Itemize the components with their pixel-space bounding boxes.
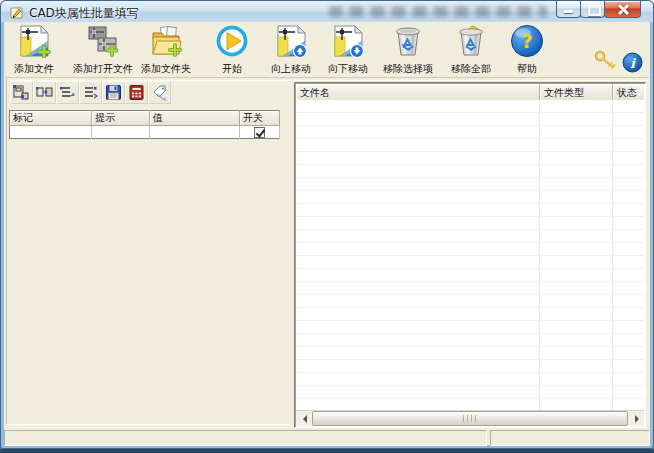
horizontal-scrollbar[interactable] <box>296 410 644 426</box>
col-filename[interactable]: 文件名 <box>296 84 540 100</box>
remove-selected-label: 移除选择项 <box>376 63 440 74</box>
add-file-icon <box>4 24 64 62</box>
save-icon <box>105 84 122 101</box>
remove-all-icon <box>442 24 500 62</box>
remove-all-label: 移除全部 <box>442 63 500 74</box>
remove-selected-button[interactable]: 移除选择项 <box>376 24 440 74</box>
tag-edit-button[interactable] <box>148 81 171 104</box>
attr-cell-tag[interactable] <box>10 126 92 139</box>
file-list-body[interactable] <box>296 100 644 410</box>
attr-cell-prompt[interactable] <box>92 126 150 139</box>
tag-edit-icon <box>151 84 168 101</box>
move-up-label: 向上移动 <box>264 63 318 74</box>
column-divider <box>612 100 613 410</box>
scrollbar-thumb[interactable] <box>312 411 628 426</box>
minimize-icon <box>564 10 573 13</box>
remove-all-button[interactable]: 移除全部 <box>442 24 500 74</box>
move-up-icon <box>264 24 318 62</box>
attr-cell-switch[interactable] <box>240 126 280 139</box>
attr-col-tag[interactable]: 标记 <box>10 111 92 126</box>
main-toolbar: 添加文件 添加 <box>4 23 650 76</box>
add-file-label: 添加文件 <box>4 63 64 74</box>
help-label: 帮助 <box>506 63 548 74</box>
close-icon <box>617 3 629 15</box>
start-icon <box>210 24 254 62</box>
column-divider <box>539 100 540 410</box>
attr-list-out-button[interactable] <box>56 81 79 104</box>
attr-cell-value[interactable] <box>150 126 240 139</box>
attr-col-value[interactable]: 值 <box>150 111 240 126</box>
info-icon[interactable]: i <box>622 52 643 77</box>
file-list-header: 文件名 文件类型 状态 <box>296 84 644 100</box>
block-attr-sync-button[interactable] <box>10 81 33 104</box>
app-pencil-icon <box>10 5 24 19</box>
add-open-files-icon <box>64 24 142 62</box>
help-icon: ? <box>506 24 548 62</box>
attribute-table: 标记 提示 值 开关 <box>9 110 280 139</box>
block-attr-apply-button[interactable] <box>33 81 56 104</box>
maximize-icon <box>588 5 601 16</box>
attr-col-prompt[interactable]: 提示 <box>92 111 150 126</box>
app-window: CAD块属性批量填写 添加文件 <box>0 0 654 449</box>
move-up-button[interactable]: 向上移动 <box>264 24 318 74</box>
window-title: CAD块属性批量填写 <box>29 5 139 22</box>
add-folder-button[interactable]: 添加文件夹 <box>134 24 198 74</box>
remove-selected-icon <box>376 24 440 62</box>
block-attr-apply-icon <box>36 84 53 101</box>
minimize-button[interactable] <box>556 1 581 18</box>
col-filetype[interactable]: 文件类型 <box>540 84 613 100</box>
col-status[interactable]: 状态 <box>613 84 644 100</box>
maximize-button[interactable] <box>580 1 605 18</box>
block-attr-sync-icon <box>13 84 30 101</box>
attr-col-switch[interactable]: 开关 <box>240 111 280 126</box>
scroll-right-button[interactable] <box>629 411 644 426</box>
move-down-icon <box>321 24 375 62</box>
scrollbar-grip <box>463 415 477 422</box>
status-bar <box>4 430 650 446</box>
attribute-panel: 标记 提示 值 开关 <box>6 79 290 425</box>
add-open-files-button[interactable]: 添加打开文件 <box>64 24 142 74</box>
start-label: 开始 <box>210 63 254 74</box>
scroll-left-button[interactable] <box>296 411 311 426</box>
key-icon[interactable] <box>594 50 618 74</box>
add-folder-label: 添加文件夹 <box>134 63 198 74</box>
attribute-mini-toolbar <box>10 81 171 105</box>
save-button[interactable] <box>102 81 125 104</box>
help-button[interactable]: ? 帮助 <box>506 24 548 74</box>
status-left <box>4 430 487 446</box>
background-glass-blur <box>329 6 547 17</box>
add-file-button[interactable]: 添加文件 <box>4 24 64 74</box>
move-down-label: 向下移动 <box>321 63 375 74</box>
attr-list-in-icon <box>82 84 99 101</box>
calculator-icon <box>128 84 145 101</box>
svg-text:?: ? <box>521 29 533 53</box>
start-button[interactable]: 开始 <box>210 24 254 74</box>
calculator-button[interactable] <box>125 81 148 104</box>
attr-list-out-icon <box>59 84 76 101</box>
attribute-row[interactable] <box>10 126 280 139</box>
add-open-files-label: 添加打开文件 <box>64 63 142 74</box>
move-down-button[interactable]: 向下移动 <box>321 24 375 74</box>
switch-checkbox[interactable] <box>254 127 265 138</box>
close-button[interactable] <box>604 1 641 18</box>
file-list[interactable]: 文件名 文件类型 状态 <box>294 82 646 428</box>
attr-list-in-button[interactable] <box>79 81 102 104</box>
add-folder-icon <box>134 24 198 62</box>
status-right <box>490 430 650 446</box>
